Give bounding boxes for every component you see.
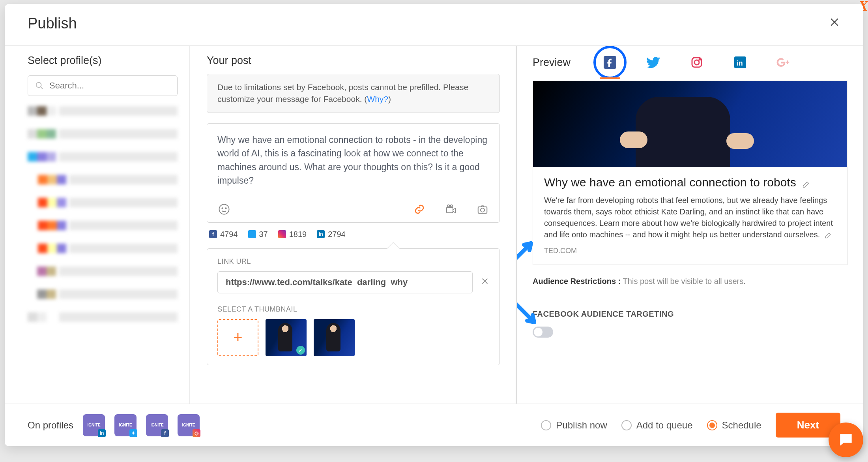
profile-badge[interactable]: IGNITE◎ xyxy=(178,414,200,436)
targeting-heading: FACEBOOK AUDIENCE TARGETING xyxy=(533,310,847,319)
profile-search[interactable] xyxy=(28,75,178,96)
preview-tabs: Preview in xyxy=(533,54,847,70)
profile-badge[interactable]: IGNITEin xyxy=(83,414,105,436)
annotation-arrow-icon xyxy=(517,235,539,269)
tab-linkedin[interactable]: in xyxy=(732,54,748,70)
svg-rect-4 xyxy=(447,207,453,213)
tab-twitter[interactable] xyxy=(645,54,661,70)
preview-description: We're far from developing robots that fe… xyxy=(544,196,833,239)
svg-point-3 xyxy=(225,208,226,209)
modal-body: Select profile(s) Your post xyxy=(5,46,863,404)
preview-description-row: We're far from developing robots that fe… xyxy=(544,195,836,240)
profile-badge[interactable]: IGNITEf xyxy=(146,414,168,436)
profile-item[interactable] xyxy=(38,221,178,230)
svg-point-8 xyxy=(481,208,485,212)
notice-why-link[interactable]: Why? xyxy=(367,94,388,103)
compose-column: Your post Due to limitations set by Face… xyxy=(190,46,517,404)
add-thumbnail-button[interactable]: + xyxy=(217,319,258,356)
footer-right: Publish now Add to queue Schedule Next xyxy=(541,413,840,438)
thumbnail-row: + xyxy=(217,319,489,356)
profile-item[interactable] xyxy=(28,289,178,299)
tab-instagram[interactable] xyxy=(689,54,705,70)
footer-left: On profiles IGNITEin IGNITE✦ IGNITEf IGN… xyxy=(28,414,200,436)
modal-header: Publish xyxy=(5,4,863,46)
preview-title-row: Why we have an emotional connection to r… xyxy=(544,176,836,189)
video-icon[interactable] xyxy=(444,203,458,216)
chat-launcher[interactable] xyxy=(829,423,863,457)
post-textarea[interactable]: Why we have an emotional connection to r… xyxy=(217,133,489,188)
profiles-column: Select profile(s) xyxy=(5,46,190,404)
svg-text:in: in xyxy=(737,59,743,67)
thumbnail-option[interactable] xyxy=(266,319,307,356)
preview-heading: Preview xyxy=(533,56,571,69)
svg-point-2 xyxy=(222,208,223,209)
svg-point-11 xyxy=(694,60,699,65)
audience-value: This post will be visible to all users. xyxy=(623,277,746,285)
profile-search-input[interactable] xyxy=(49,81,170,91)
svg-point-1 xyxy=(219,204,229,214)
profile-list xyxy=(28,106,178,323)
option-add-to-queue[interactable]: Add to queue xyxy=(621,420,693,431)
notice-text: Due to limitations set by Facebook, post… xyxy=(217,83,468,103)
profile-item[interactable] xyxy=(28,312,178,322)
profiles-heading: Select profile(s) xyxy=(28,54,178,67)
page-title: Publish xyxy=(28,15,77,32)
option-publish-now[interactable]: Publish now xyxy=(541,420,607,431)
publish-modal: Publish Select profile(s) xyxy=(5,4,863,446)
edit-desc-icon[interactable] xyxy=(824,231,833,240)
preview-card: Why we have an emotional connection to r… xyxy=(533,81,847,265)
link-icon[interactable] xyxy=(413,203,426,216)
preview-title: Why we have an emotional connection to r… xyxy=(544,176,796,189)
tab-googleplus[interactable] xyxy=(776,54,791,70)
tab-facebook[interactable] xyxy=(602,54,618,70)
profile-item[interactable] xyxy=(38,175,178,184)
close-button[interactable] xyxy=(829,16,840,31)
count-linkedin: in2794 xyxy=(317,230,346,239)
preview-domain: TED.COM xyxy=(544,247,836,255)
profile-item[interactable] xyxy=(28,129,178,139)
profile-item[interactable] xyxy=(38,198,178,207)
count-twitter: 37 xyxy=(248,230,268,239)
edit-title-icon[interactable] xyxy=(802,178,810,187)
on-profiles-label: On profiles xyxy=(28,420,73,431)
svg-point-5 xyxy=(447,205,449,207)
option-schedule[interactable]: Schedule xyxy=(707,420,761,431)
svg-point-6 xyxy=(451,205,453,207)
thumbnail-label: SELECT A THUMBNAIL xyxy=(217,305,489,314)
preview-image xyxy=(533,81,847,167)
composer-toolbar xyxy=(217,203,489,216)
audience-restriction: Audience Restrictions : This post will b… xyxy=(533,277,847,286)
svg-point-12 xyxy=(699,59,700,60)
post-composer: Why we have an emotional connection to r… xyxy=(207,123,500,223)
profile-item[interactable] xyxy=(38,244,178,253)
profile-item[interactable] xyxy=(28,152,178,162)
audience-label: Audience Restrictions : xyxy=(533,277,621,285)
link-box: LINK URL SELECT A THUMBNAIL + xyxy=(207,248,500,365)
annotation-arrow-icon xyxy=(517,299,542,332)
link-url-label: LINK URL xyxy=(217,257,489,266)
thumbnail-option[interactable] xyxy=(314,319,355,356)
profile-item[interactable] xyxy=(28,267,178,276)
profile-item[interactable] xyxy=(28,106,178,116)
compose-heading: Your post xyxy=(207,54,500,67)
profile-badge[interactable]: IGNITE✦ xyxy=(114,414,137,436)
emoji-icon[interactable] xyxy=(217,203,231,216)
modal-footer: On profiles IGNITEin IGNITE✦ IGNITEf IGN… xyxy=(5,404,863,446)
notice-close: ) xyxy=(388,94,391,103)
count-facebook: f4794 xyxy=(209,230,238,239)
facebook-notice: Due to limitations set by Facebook, post… xyxy=(207,74,500,113)
link-url-input[interactable] xyxy=(217,271,473,293)
svg-point-0 xyxy=(36,83,41,88)
preview-column: Preview in Why we have an emotional conn… xyxy=(517,46,863,404)
char-counts: f4794 37 1819 in2794 xyxy=(209,230,500,239)
clear-url-button[interactable] xyxy=(481,276,489,288)
count-instagram: 1819 xyxy=(278,230,307,239)
camera-icon[interactable] xyxy=(476,203,489,216)
